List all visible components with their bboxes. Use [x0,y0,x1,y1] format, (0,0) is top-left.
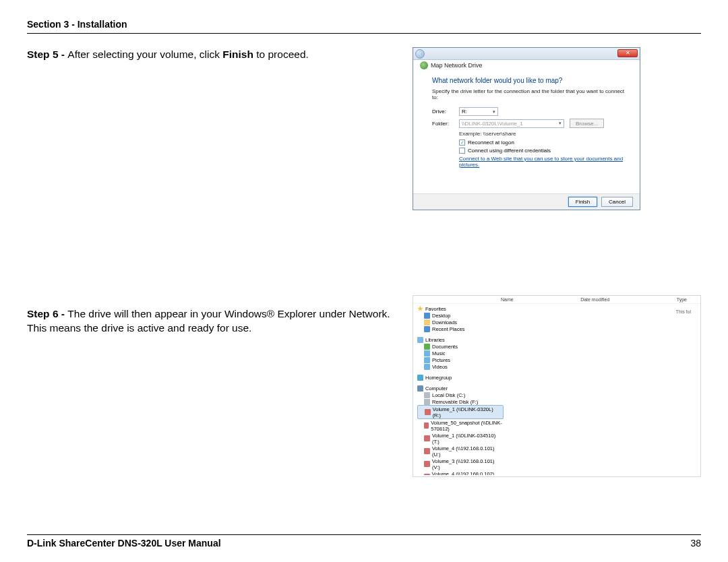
netdrive-icon [424,461,430,467]
screenshot-column: ✕ Map Network Drive What network folder … [413,47,701,528]
folder-dropdown[interactable]: \\DLINK-0320L\Volume_1 [459,119,564,128]
body-area: Step 5 - After selecting your volume, cl… [27,47,701,528]
step-5-label: Step 5 - [27,49,67,60]
credentials-checkbox-row[interactable]: Connect using different credentials [459,148,625,154]
tree-volume-3-v[interactable]: Volume_3 (\\192.168.0.101) (V:) [417,458,504,470]
tree-label: Favorites [425,306,446,312]
tree-volume-1-t[interactable]: Volume_1 (\\DLINK-034510) (T:) [417,432,504,445]
folder-row: Folder: \\DLINK-0320L\Volume_1 Browse... [432,119,625,128]
tree-label: Local Disk (C:) [432,392,465,398]
section-header: Section 3 - Installation [27,19,701,34]
checkbox-icon[interactable]: ✓ [459,139,465,146]
dialog-body: What network folder would you like to ma… [413,73,640,170]
tree-label: Volume_4 (\\192.168.0.101) (U:) [432,445,504,458]
map-network-drive-dialog: ✕ Map Network Drive What network folder … [413,47,640,210]
disk-icon [424,392,430,398]
tree-label: Volume_50_snapshot (\\DLINK-570812) [431,420,504,432]
tree-local-disk[interactable]: Local Disk (C:) [417,392,504,398]
tree-label: Documents [432,344,458,350]
tree-label: Volume_3 (\\192.168.0.101) (V:) [432,458,504,470]
page-number: 38 [690,538,701,549]
tree-label: Downloads [432,319,457,325]
tree-downloads[interactable]: Downloads [417,319,504,325]
tree-label: Pictures [432,357,450,363]
tree-label: Libraries [425,337,445,343]
tree-volume-50-snapshot[interactable]: Volume_50_snapshot (\\DLINK-570812) [417,419,504,432]
website-link[interactable]: Connect to a Web site that you can use t… [459,156,625,168]
explorer-content-pane: This fol [505,304,700,475]
instruction-text-column: Step 5 - After selecting your volume, cl… [27,47,400,528]
recent-icon [424,326,430,332]
computer-icon [417,385,423,392]
tree-homegroup[interactable]: Homegroup [417,374,504,381]
documents-icon [424,344,430,350]
reconnect-checkbox-row[interactable]: ✓ Reconnect at logon [459,139,625,146]
tree-removable[interactable]: Removable Disk (F:) [417,398,504,405]
empty-folder-text: This fol [675,309,691,314]
step-5-bold: Finish [222,49,253,60]
music-icon [424,350,430,356]
homegroup-icon [417,375,423,381]
drive-row: Drive: R: [432,107,625,116]
folder-example: Example: \\server\share [459,131,625,137]
explorer-body: Favorites Desktop Downloads Recent Place… [413,304,700,475]
tree-label: Computer [425,385,448,392]
tree-label: Volume_4 (\\192.168.0.102) (W:) [432,471,504,476]
drive-label: Drive: [432,108,454,115]
dialog-title: Map Network Drive [431,62,483,69]
tree-volume-4-u[interactable]: Volume_4 (\\192.168.0.101) (U:) [417,445,504,458]
step-5-before: After selecting your volume, click [67,49,222,60]
dialog-footer: Finish Cancel [413,193,640,210]
tree-videos[interactable]: Videos [417,363,504,370]
desktop-icon [424,313,430,319]
netdrive-icon [424,423,429,429]
removable-icon [424,399,430,405]
netdrive-icon [425,409,431,415]
tree-label: Homegroup [425,375,452,381]
tree-recent[interactable]: Recent Places [417,325,504,332]
col-type[interactable]: Type [677,297,687,302]
netdrive-icon [424,474,430,475]
vertical-spacer [27,67,400,307]
credentials-label: Connect using different credentials [468,148,551,154]
drive-dropdown[interactable]: R: [459,107,498,116]
libraries-icon [417,337,423,343]
tree-volume-1-r-selected[interactable]: Volume_1 (\\DLINK-0320L) (R:) [417,405,504,419]
dialog-question: What network folder would you like to ma… [432,77,625,84]
videos-icon [424,364,430,370]
dialog-subtitle-row: Map Network Drive [413,60,640,73]
explorer-column-headers: Name Date modified Type [413,296,700,304]
step-5-after: to proceed. [253,49,309,60]
tree-label: Desktop [432,313,451,319]
page-footer: D-Link ShareCenter DNS-320L User Manual … [27,534,701,549]
tree-music[interactable]: Music [417,350,504,356]
tree-label: Music [432,350,446,356]
tree-favorites[interactable]: Favorites [417,305,504,312]
folder-label: Folder: [432,121,454,127]
cancel-button[interactable]: Cancel [601,197,633,207]
step-6-text: Step 6 - The drive will then appear in y… [27,307,400,336]
tree-volume-4-w[interactable]: Volume_4 (\\192.168.0.102) (W:) [417,470,504,475]
browse-button[interactable]: Browse... [570,119,604,128]
pictures-icon [424,357,430,363]
tree-label: Videos [432,364,448,370]
tree-computer[interactable]: Computer [417,385,504,392]
back-icon[interactable] [415,49,425,59]
tree-libraries[interactable]: Libraries [417,336,504,343]
tree-documents[interactable]: Documents [417,343,504,350]
finish-button[interactable]: Finish [568,197,597,207]
tree-label: Removable Disk (F:) [432,399,478,405]
network-drive-icon [420,61,428,69]
explorer-tree[interactable]: Favorites Desktop Downloads Recent Place… [413,304,505,475]
col-date[interactable]: Date modified [580,297,609,302]
checkbox-icon[interactable] [459,148,465,154]
netdrive-icon [424,448,430,454]
manual-page: Section 3 - Installation Step 5 - After … [0,0,728,562]
tree-desktop[interactable]: Desktop [417,312,504,319]
step-5-text: Step 5 - After selecting your volume, cl… [27,47,400,62]
tree-label: Volume_1 (\\DLINK-0320L) (R:) [433,406,500,418]
col-name[interactable]: Name [501,297,514,302]
tree-pictures[interactable]: Pictures [417,356,504,363]
reconnect-label: Reconnect at logon [468,139,514,146]
close-button[interactable]: ✕ [617,49,638,57]
